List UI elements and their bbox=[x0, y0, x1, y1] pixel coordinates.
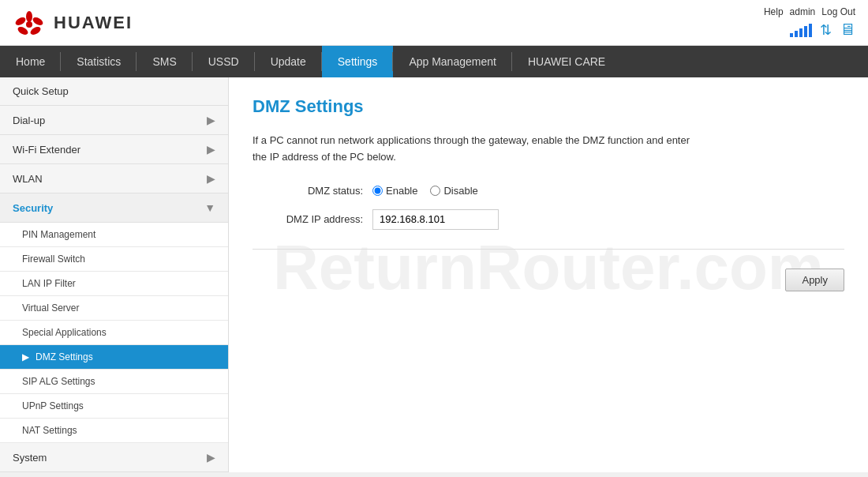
sidebar-label-system: System bbox=[13, 452, 47, 464]
enable-label: Enable bbox=[386, 185, 417, 197]
sidebar-item-special-apps[interactable]: Special Applications bbox=[0, 321, 228, 345]
admin-label: admin bbox=[790, 6, 816, 17]
nav-huawei-care[interactable]: HUAWEI CARE bbox=[512, 46, 621, 77]
huawei-logo-icon bbox=[13, 10, 46, 36]
nav-home[interactable]: Home bbox=[0, 46, 61, 77]
description-line2: the IP address of the PC below. bbox=[253, 151, 396, 163]
top-right: Help admin Log Out ⇅ 🖥 bbox=[764, 6, 855, 39]
main-layout: Quick Setup Dial-up ▶ Wi-Fi Extender ▶ W… bbox=[0, 77, 868, 472]
sidebar-label-special-apps: Special Applications bbox=[22, 327, 107, 338]
sidebar-item-wifi-extender[interactable]: Wi-Fi Extender ▶ bbox=[0, 135, 228, 164]
chevron-dialup-icon: ▶ bbox=[207, 114, 215, 126]
nav-statistics[interactable]: Statistics bbox=[61, 46, 137, 77]
disable-radio-input[interactable] bbox=[430, 186, 440, 196]
sidebar-item-upnp[interactable]: UPnP Settings bbox=[0, 394, 228, 419]
page-title: DMZ Settings bbox=[253, 96, 844, 117]
logout-link[interactable]: Log Out bbox=[821, 6, 855, 17]
svg-point-4 bbox=[32, 16, 44, 27]
help-link[interactable]: Help bbox=[764, 6, 784, 17]
sidebar-item-virtual-server[interactable]: Virtual Server bbox=[0, 296, 228, 321]
sidebar-label-lan-ip: LAN IP Filter bbox=[22, 278, 76, 289]
sidebar-label-security: Security bbox=[13, 202, 53, 214]
chevron-wlan-icon: ▶ bbox=[207, 172, 215, 185]
top-icons: ⇅ 🖥 bbox=[790, 21, 855, 39]
dmz-status-row: DMZ status: Enable Disable bbox=[253, 185, 844, 197]
sidebar-label-firewall: Firewall Switch bbox=[22, 254, 85, 265]
svg-point-1 bbox=[14, 16, 27, 27]
chevron-system-icon: ▶ bbox=[207, 451, 215, 464]
sidebar-label-virtual-server: Virtual Server bbox=[22, 302, 79, 314]
active-arrow-icon: ▶ bbox=[22, 351, 29, 362]
dmz-ip-row: DMZ IP address: bbox=[253, 209, 844, 230]
sidebar-label-wifi-extender: Wi-Fi Extender bbox=[13, 144, 80, 156]
top-links: Help admin Log Out bbox=[764, 6, 855, 17]
nav-update[interactable]: Update bbox=[255, 46, 322, 77]
content-area: ReturnRouter.com DMZ Settings If a PC ca… bbox=[229, 77, 868, 472]
chevron-security-icon: ▼ bbox=[204, 201, 215, 214]
sidebar-label-pin: PIN Management bbox=[22, 229, 95, 240]
sidebar-label-dialup: Dial-up bbox=[13, 115, 45, 126]
sidebar-item-nat-settings[interactable]: NAT Settings bbox=[0, 419, 228, 443]
nav-ussd[interactable]: USSD bbox=[193, 46, 255, 77]
svg-point-0 bbox=[26, 11, 32, 22]
content-inner: DMZ Settings If a PC cannot run network … bbox=[253, 96, 844, 291]
disable-radio[interactable]: Disable bbox=[430, 185, 477, 197]
monitor-icon: 🖥 bbox=[840, 21, 855, 39]
enable-radio[interactable]: Enable bbox=[372, 185, 417, 197]
sidebar-item-wlan[interactable]: WLAN ▶ bbox=[0, 164, 228, 193]
nav-bar: Home Statistics SMS USSD Update Settings… bbox=[0, 46, 868, 77]
sidebar-item-firewall-switch[interactable]: Firewall Switch bbox=[0, 247, 228, 272]
sidebar-item-system[interactable]: System ▶ bbox=[0, 443, 228, 472]
sidebar-label-upnp: UPnP Settings bbox=[22, 400, 84, 411]
logo-text: HUAWEI bbox=[54, 13, 133, 33]
sidebar: Quick Setup Dial-up ▶ Wi-Fi Extender ▶ W… bbox=[0, 77, 229, 472]
sidebar-label-wlan: WLAN bbox=[13, 173, 43, 185]
sidebar-label-quick-setup: Quick Setup bbox=[13, 85, 69, 97]
signal-icon bbox=[790, 23, 812, 37]
divider bbox=[253, 249, 844, 250]
transfer-icon: ⇅ bbox=[820, 21, 832, 39]
sidebar-item-pin-management[interactable]: PIN Management bbox=[0, 223, 228, 247]
dmz-status-label: DMZ status: bbox=[253, 185, 363, 197]
sidebar-item-lan-ip-filter[interactable]: LAN IP Filter bbox=[0, 272, 228, 296]
sidebar-item-sip-alg[interactable]: SIP ALG Settings bbox=[0, 370, 228, 394]
disable-label: Disable bbox=[443, 185, 477, 197]
dmz-ip-label: DMZ IP address: bbox=[253, 213, 363, 225]
nav-settings[interactable]: Settings bbox=[322, 46, 394, 77]
sidebar-item-dmz-settings[interactable]: ▶ DMZ Settings bbox=[0, 345, 228, 370]
chevron-wifi-icon: ▶ bbox=[207, 143, 215, 156]
sidebar-label-nat: NAT Settings bbox=[22, 425, 77, 436]
apply-button[interactable]: Apply bbox=[785, 269, 844, 291]
svg-point-5 bbox=[26, 21, 32, 28]
dmz-status-radio-group: Enable Disable bbox=[372, 185, 478, 197]
apply-row: Apply bbox=[253, 269, 844, 291]
description-line1: If a PC cannot run network applications … bbox=[253, 134, 690, 146]
nav-app-management[interactable]: App Management bbox=[393, 46, 512, 77]
sidebar-item-quick-setup[interactable]: Quick Setup bbox=[0, 77, 228, 106]
top-bar: HUAWEI Help admin Log Out ⇅ 🖥 bbox=[0, 0, 868, 46]
enable-radio-input[interactable] bbox=[372, 186, 383, 196]
logo-area: HUAWEI bbox=[13, 10, 133, 36]
sidebar-label-dmz: DMZ Settings bbox=[36, 351, 93, 362]
nav-sms[interactable]: SMS bbox=[137, 46, 192, 77]
sidebar-label-sip-alg: SIP ALG Settings bbox=[22, 376, 95, 387]
description: If a PC cannot run network applications … bbox=[253, 133, 789, 166]
sidebar-item-security[interactable]: Security ▼ bbox=[0, 193, 228, 223]
dmz-ip-input[interactable] bbox=[372, 209, 499, 230]
sidebar-item-dialup[interactable]: Dial-up ▶ bbox=[0, 106, 228, 135]
